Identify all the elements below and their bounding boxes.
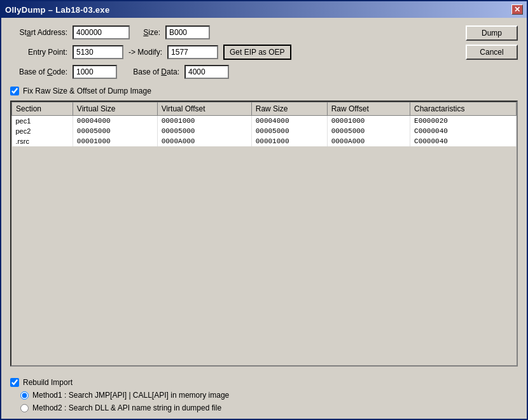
table-cell: pec1 bbox=[12, 116, 73, 127]
base-code-label: Base of Code: bbox=[10, 67, 67, 76]
table-cell: 00005000 bbox=[157, 126, 251, 136]
col-virtual-size: Virtual Size bbox=[73, 102, 157, 116]
right-buttons: Dump Cancel bbox=[466, 25, 518, 60]
table-cell: 00005000 bbox=[251, 126, 327, 136]
main-window: OllyDump – Lab18-03.exe ✕ Start Address:… bbox=[0, 0, 528, 420]
size-input[interactable] bbox=[165, 25, 210, 39]
entry-point-input[interactable] bbox=[73, 45, 123, 59]
method1-row: Method1 : Search JMP[API] | CALL[API] in… bbox=[20, 391, 518, 400]
table-row: .rsrc000010000000A000000010000000A000C00… bbox=[12, 136, 517, 146]
start-address-label: Start Address: bbox=[10, 28, 67, 37]
table-cell: C0000040 bbox=[410, 136, 517, 146]
section-table-wrapper: Section Virtual Size Virtual Offset Raw … bbox=[10, 101, 518, 367]
table-cell: 0000A000 bbox=[157, 136, 251, 146]
table-header-row: Section Virtual Size Virtual Offset Raw … bbox=[12, 102, 517, 116]
table-cell: 0000A000 bbox=[327, 136, 410, 146]
section-table: Section Virtual Size Virtual Offset Raw … bbox=[11, 102, 517, 146]
left-form: Start Address: Size: Entry Point: -> Mod… bbox=[10, 25, 461, 79]
cancel-button[interactable]: Cancel bbox=[466, 45, 518, 60]
table-row: pec100004000000010000000400000001000E000… bbox=[12, 116, 517, 127]
modify-input[interactable] bbox=[167, 45, 218, 59]
table-cell: .rsrc bbox=[12, 136, 73, 146]
col-virtual-offset: Virtual Offset bbox=[157, 102, 251, 116]
title-bar-controls: ✕ bbox=[511, 4, 523, 15]
window-title: OllyDump – Lab18-03.exe bbox=[5, 5, 109, 15]
dialog-content: Start Address: Size: Entry Point: -> Mod… bbox=[1, 18, 527, 419]
method1-radio[interactable] bbox=[20, 391, 29, 400]
entry-modify-row: Entry Point: -> Modify: Get EIP as OEP bbox=[10, 45, 461, 60]
base-code-input[interactable] bbox=[73, 65, 117, 79]
rebuild-checkbox[interactable] bbox=[10, 378, 19, 387]
col-raw-offset: Raw Offset bbox=[327, 102, 410, 116]
table-cell: E0000020 bbox=[410, 116, 517, 127]
fix-checkbox-row: Fix Raw Size & Offset of Dump Image bbox=[10, 87, 518, 95]
table-cell: 00001000 bbox=[251, 136, 327, 146]
table-cell: 00005000 bbox=[327, 126, 410, 136]
col-characteristics: Charactaristics bbox=[410, 102, 517, 116]
modify-arrow-label: -> Modify: bbox=[129, 48, 162, 57]
close-button[interactable]: ✕ bbox=[511, 4, 523, 15]
title-bar: OllyDump – Lab18-03.exe ✕ bbox=[1, 1, 527, 18]
col-raw-size: Raw Size bbox=[251, 102, 327, 116]
table-cell: 00001000 bbox=[73, 136, 157, 146]
entry-point-label: Entry Point: bbox=[10, 48, 67, 57]
table-cell: pec2 bbox=[12, 126, 73, 136]
start-size-row: Start Address: Size: bbox=[10, 25, 461, 39]
top-form-area: Start Address: Size: Entry Point: -> Mod… bbox=[10, 25, 518, 79]
fix-checkbox-label: Fix Raw Size & Offset of Dump Image bbox=[23, 87, 151, 95]
col-section: Section bbox=[12, 102, 73, 116]
dump-button[interactable]: Dump bbox=[466, 25, 518, 41]
fix-checkbox[interactable] bbox=[10, 87, 19, 95]
table-cell: 00004000 bbox=[73, 116, 157, 127]
table-cell: 00005000 bbox=[73, 126, 157, 136]
get-eip-button[interactable]: Get EIP as OEP bbox=[223, 45, 291, 60]
method2-label: Method2 : Search DLL & API name string i… bbox=[32, 403, 221, 412]
table-cell: 00001000 bbox=[157, 116, 251, 127]
table-cell: 00004000 bbox=[251, 116, 327, 127]
start-address-input[interactable] bbox=[73, 25, 130, 39]
table-cell: C0000040 bbox=[410, 126, 517, 136]
base-data-label: Base of Data: bbox=[122, 67, 179, 76]
base-data-input[interactable] bbox=[184, 65, 229, 79]
method2-row: Method2 : Search DLL & API name string i… bbox=[20, 403, 518, 412]
base-row: Base of Code: Base of Data: bbox=[10, 65, 461, 79]
table-cell: 00001000 bbox=[327, 116, 410, 127]
method1-label: Method1 : Search JMP[API] | CALL[API] in… bbox=[32, 391, 229, 400]
rebuild-checkbox-row: Rebuild Import bbox=[10, 378, 518, 387]
size-label: Size: bbox=[135, 28, 160, 37]
method2-radio[interactable] bbox=[20, 404, 29, 412]
table-row: pec200005000000050000000500000005000C000… bbox=[12, 126, 517, 136]
rebuild-checkbox-label: Rebuild Import bbox=[23, 378, 73, 387]
bottom-section: Rebuild Import Method1 : Search JMP[API]… bbox=[10, 375, 518, 412]
